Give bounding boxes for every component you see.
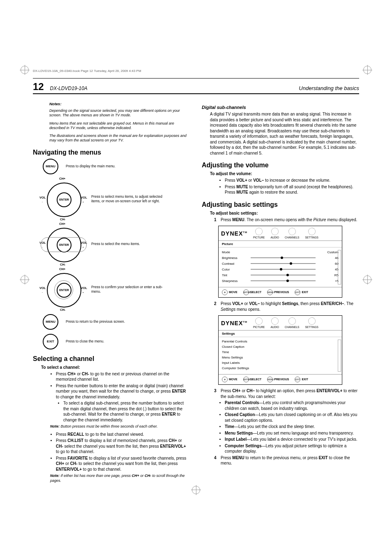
- tab-icon: [271, 228, 279, 235]
- osd-list-item: Time: [222, 349, 339, 355]
- text: CH-: [82, 372, 89, 376]
- text: to select the channel you want from the …: [78, 461, 178, 466]
- remote-lr-row: ENTER CH+ CH- VOL - VOL + Press to selec…: [43, 224, 190, 265]
- select-channel-proc: To select a channel:: [41, 365, 190, 370]
- text: Closed Caption: [225, 412, 255, 417]
- text: CH+: [56, 461, 64, 466]
- crop-mark-icon: [21, 275, 29, 284]
- osd-tab-channels: CHANNELS: [285, 317, 299, 328]
- text: Press: [225, 185, 236, 189]
- text: ENTER: [162, 412, 176, 416]
- ch-plus-label: CH+: [59, 177, 65, 180]
- osd-settings-menu: DYNEXTM PICTURE AUDIO CHANNELS SETTINGS …: [218, 315, 342, 385]
- tab-icon: [288, 317, 296, 325]
- text: Computer Settings: [225, 444, 261, 448]
- menu-icon: MENU: [267, 289, 273, 295]
- text: MUTE: [236, 190, 248, 194]
- text: CH–: [247, 388, 255, 393]
- text: ENTER/VOL+: [160, 444, 186, 449]
- text: Press: [221, 388, 232, 393]
- enter-button-icon: ENTER: [57, 192, 71, 207]
- logo-text: DYNEX: [221, 320, 243, 326]
- list-item: Press RECALL to go to the last channel v…: [56, 432, 190, 437]
- text: , then press: [298, 301, 321, 306]
- text: —Lets you label a device connected to yo…: [247, 437, 357, 442]
- osd-tab-audio: AUDIO: [270, 228, 279, 239]
- slider-knob-icon: [290, 262, 292, 265]
- text: Menu Settings: [225, 431, 253, 435]
- select-channel-list: Press CH+ or CH- to go to the next or pr…: [56, 371, 190, 423]
- tm: TM: [243, 321, 247, 323]
- tab-label: SETTINGS: [305, 236, 318, 239]
- text: to highlight an option, then press: [255, 388, 316, 393]
- osd-section-title: Settings: [219, 331, 342, 337]
- text: Press: [221, 217, 232, 222]
- foot-previous: MENUPREVIOUS: [267, 377, 289, 382]
- exit-icon: EXIT: [295, 289, 300, 295]
- step-number: 4: [214, 455, 221, 466]
- text: to display a list of your saved favorite…: [88, 456, 187, 460]
- text: MUTE: [236, 185, 248, 189]
- vol-plus-sub: +: [82, 246, 84, 248]
- exit-button-icon: EXIT: [43, 334, 58, 349]
- volume-list: Press VOL+ or VOL– to increase or decrea…: [225, 178, 359, 195]
- foot-previous: MENUPREVIOUS: [267, 289, 289, 295]
- osd-row-value: 46: [321, 256, 339, 260]
- running-head: Understanding the basics: [299, 85, 359, 91]
- vol-minus-sub: -: [42, 246, 43, 248]
- text: to display a list of memorized channels,…: [83, 438, 168, 443]
- tab-label: SETTINGS: [305, 326, 318, 328]
- text: Press: [225, 178, 236, 183]
- nav-cluster-horizontal-icon: ENTER CH+ CH- VOL - VOL +: [43, 224, 84, 265]
- text: CH-: [70, 461, 78, 466]
- step-body: Press VOL+ or VOL– to highlight Settings…: [221, 301, 359, 312]
- note-3: The illustrations and screens shown in t…: [49, 134, 190, 143]
- step-body: Press CH+ or CH– to highlight an option,…: [221, 388, 359, 399]
- tab-label: CHANNELS: [285, 236, 299, 239]
- text: Settings: [282, 301, 298, 306]
- foot-select: ENTERSELECT: [243, 289, 262, 295]
- foot-exit: EXITEXIT: [295, 289, 308, 295]
- text: Press: [221, 301, 232, 306]
- text: SELECT: [250, 378, 262, 381]
- tab-icon: [308, 228, 316, 235]
- text: to go to the last channel viewed.: [84, 432, 144, 437]
- tab-icon: [308, 317, 316, 325]
- model-code: DX-LDVD19-10A: [50, 86, 87, 91]
- osd-row: TintR5: [222, 272, 339, 278]
- text: or: [177, 438, 182, 443]
- osd-row: Color45: [222, 266, 339, 272]
- osd-footer: ✥MOVE ENTERSELECT MENUPREVIOUS EXITEXIT: [219, 374, 342, 384]
- tab-label: PICTURE: [253, 236, 265, 239]
- nav-cluster-icon: ENTER CH+ CH- VOL - VOL +: [43, 178, 84, 220]
- vol-plus-sub: +: [82, 201, 84, 203]
- osd-tab-channels: CHANNELS: [285, 228, 299, 239]
- note-label: Note:: [50, 474, 60, 478]
- text: Press the number buttons to enter the an…: [56, 384, 183, 394]
- list-item: Closed Caption—Lets you turn closed capt…: [225, 412, 359, 423]
- step-body: Press MENU. The on-screen menu opens wit…: [221, 217, 357, 223]
- slider-track-icon: [251, 269, 316, 270]
- right-column: Digital sub-channels A digital TV signal…: [202, 102, 359, 486]
- step-number: 1: [214, 217, 221, 223]
- text: VOL–: [249, 301, 260, 306]
- list-item: Computer Settings—Lets you adjust pictur…: [225, 443, 359, 454]
- note-body: Button presses must be within three seco…: [60, 424, 158, 428]
- osd-row-label: Brightness: [222, 256, 251, 260]
- list-item: To select a digital sub-channel, press t…: [63, 400, 190, 423]
- note-label: Note:: [50, 424, 60, 428]
- slider-track-icon: [251, 275, 316, 275]
- text: PREVIOUS: [274, 291, 289, 294]
- text: —Lets you set menu language and menu tra…: [253, 431, 354, 435]
- ch-plus-label: CH+: [59, 222, 65, 226]
- foot-select: ENTERSELECT: [243, 377, 262, 382]
- text: PREVIOUS: [274, 378, 289, 381]
- text: MENU: [232, 456, 244, 460]
- arrows-desc: Press to select menu items, to adjust se…: [91, 194, 169, 203]
- left-column: Notes: Depending on the signal source se…: [33, 102, 190, 486]
- step-body: Press MENU to return to the previous men…: [221, 455, 359, 466]
- osd-list-item: Menu Settings: [222, 355, 339, 360]
- text: VOL+: [232, 301, 243, 306]
- text: to go to that channel.: [56, 449, 94, 454]
- text: CH+: [132, 474, 139, 478]
